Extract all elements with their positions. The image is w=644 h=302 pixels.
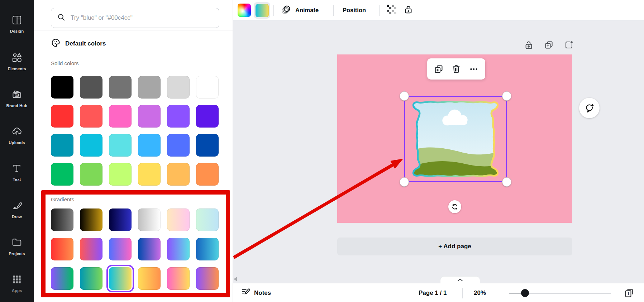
sidebar-item-uploads[interactable]: Uploads bbox=[0, 117, 34, 154]
shapes-icon bbox=[11, 52, 22, 64]
zoom-slider-thumb[interactable] bbox=[521, 289, 529, 297]
animate-icon bbox=[281, 5, 292, 16]
gradient-swatch-ffde59-ff914d[interactable] bbox=[138, 267, 161, 290]
gradient-swatch-8c52ff-5ce1e6[interactable] bbox=[167, 238, 190, 260]
duplicate-page-button[interactable] bbox=[543, 39, 554, 50]
resize-handle-bottom-left[interactable] bbox=[400, 177, 409, 187]
gradient-chip-swatch bbox=[256, 4, 269, 17]
search-icon bbox=[57, 13, 66, 23]
solid-color-swatch-ffffff[interactable] bbox=[196, 76, 219, 99]
solid-colors-label: Solid colors bbox=[51, 60, 79, 66]
more-options-button[interactable] bbox=[468, 63, 480, 75]
rotate-icon bbox=[451, 203, 459, 211]
svg-text:co.: co. bbox=[16, 94, 18, 96]
solid-color-swatch-004aad[interactable] bbox=[196, 134, 219, 157]
animate-label: Animate bbox=[295, 7, 319, 14]
pages-view-button[interactable]: 1 bbox=[624, 283, 635, 302]
gradient-swatch-0097b2-7ed957[interactable] bbox=[80, 267, 102, 290]
rotate-handle[interactable] bbox=[448, 200, 461, 213]
gradient-swatch-0cc0df-ffde59-selected[interactable] bbox=[109, 267, 132, 290]
bottom-bar: Notes Page 1 / 1 20% 1 bbox=[233, 283, 644, 302]
color-picker-chip[interactable] bbox=[238, 4, 251, 17]
gradient-swatch-cdf6de-bde4f7[interactable] bbox=[196, 208, 219, 231]
scroll-left-arrow[interactable] bbox=[234, 277, 237, 281]
solid-color-swatch-38b6ff[interactable] bbox=[138, 134, 161, 157]
gradient-swatch-1565c0-4dd0e1[interactable] bbox=[196, 238, 219, 260]
delete-element-button[interactable] bbox=[450, 63, 462, 75]
gradient-swatch-5170ff-ff66c4[interactable] bbox=[109, 238, 132, 260]
solid-color-swatch-ff5757[interactable] bbox=[80, 105, 102, 128]
solid-color-swatch-cb6ce6[interactable] bbox=[138, 105, 161, 128]
notes-label: Notes bbox=[254, 289, 271, 297]
resize-handle-top-right[interactable] bbox=[502, 91, 511, 101]
duplicate-element-button[interactable] bbox=[433, 63, 445, 75]
upload-cloud-icon bbox=[11, 126, 22, 138]
unlock-page-button[interactable] bbox=[523, 39, 534, 50]
color-search-input[interactable]: Try "blue" or "#00c4cc" bbox=[51, 8, 219, 28]
sidebar-item-projects[interactable]: Projects bbox=[0, 228, 34, 265]
position-label: Position bbox=[343, 7, 366, 14]
add-page-icon-button[interactable] bbox=[563, 39, 574, 50]
solid-color-swatch-000000[interactable] bbox=[51, 76, 73, 99]
gradient-swatch-00003a-2f2fc5[interactable] bbox=[109, 208, 132, 231]
sidebar-item-brand-hub[interactable]: co. Brand Hub bbox=[0, 80, 34, 117]
sidebar-item-design[interactable]: Design bbox=[0, 6, 34, 43]
gradient-swatch-ff66c4-ffde59[interactable] bbox=[167, 267, 190, 290]
solid-color-swatch-ff3131[interactable] bbox=[51, 105, 73, 128]
resize-handle-top-left[interactable] bbox=[400, 91, 409, 101]
divider bbox=[462, 288, 463, 298]
pages-icon: 1 bbox=[624, 287, 635, 299]
solid-color-swatch-5271ff[interactable] bbox=[167, 134, 190, 157]
collapse-bottom-panel-tab[interactable] bbox=[440, 276, 480, 283]
gradient-swatch-ff3131-ff914d[interactable] bbox=[51, 238, 73, 260]
solid-color-swatch-d9d9d9[interactable] bbox=[167, 76, 190, 99]
solid-color-swatch-737373[interactable] bbox=[109, 76, 132, 99]
color-panel: Try "blue" or "#00c4cc" Default colors S… bbox=[34, 0, 233, 302]
sidebar-item-apps[interactable]: Apps bbox=[0, 265, 34, 302]
sidebar-item-label: Design bbox=[10, 29, 24, 33]
solid-color-swatch-7ed957[interactable] bbox=[80, 163, 102, 186]
solid-color-swatch-ffbd59[interactable] bbox=[167, 163, 190, 186]
animate-button[interactable]: Animate bbox=[281, 0, 319, 20]
gradient-swatch-1c1c1c-808080[interactable] bbox=[51, 208, 73, 231]
solid-color-swatch-0cc0df[interactable] bbox=[80, 134, 102, 157]
divider bbox=[34, 30, 233, 30]
solid-color-swatch-5e17eb[interactable] bbox=[196, 105, 219, 128]
solid-color-swatch-ffde59[interactable] bbox=[138, 163, 161, 186]
gradient-swatch-8c52ff-ff914d[interactable] bbox=[196, 267, 219, 290]
gradient-swatch-8c52ff-00bf63[interactable] bbox=[51, 267, 73, 290]
solid-color-swatch-a6a6a6[interactable] bbox=[138, 76, 161, 99]
add-page-button[interactable]: + Add page bbox=[337, 238, 572, 255]
solid-color-swatch-0097b2[interactable] bbox=[51, 134, 73, 157]
solid-color-swatch-00bf63[interactable] bbox=[51, 163, 73, 186]
add-comment-button[interactable] bbox=[579, 98, 600, 118]
draw-pencil-icon bbox=[11, 200, 22, 212]
gradient-swatch-050300-c79810[interactable] bbox=[80, 208, 102, 231]
gradients-grid bbox=[51, 208, 219, 290]
notes-button[interactable]: Notes bbox=[241, 283, 271, 302]
solid-color-swatch-ff914d[interactable] bbox=[196, 163, 219, 186]
sidebar-item-text[interactable]: Text bbox=[0, 154, 34, 191]
solid-color-swatch-5ce1e6[interactable] bbox=[109, 134, 132, 157]
sidebar-item-elements[interactable]: Elements bbox=[0, 43, 34, 80]
gradient-swatch-bfbfbf-ffffff[interactable] bbox=[138, 208, 161, 231]
selection-bounding-box bbox=[404, 96, 507, 182]
palette-icon bbox=[51, 38, 61, 49]
resize-handle-bottom-right[interactable] bbox=[502, 177, 511, 187]
gradient-swatch-ffe8bd-ffc7ee[interactable] bbox=[167, 208, 190, 231]
apps-grid-icon bbox=[12, 274, 22, 286]
sidebar-item-draw[interactable]: Draw bbox=[0, 191, 34, 228]
selected-gradient-chip[interactable] bbox=[254, 2, 270, 19]
solid-color-swatch-8c52ff[interactable] bbox=[167, 105, 190, 128]
position-button[interactable]: Position bbox=[343, 0, 366, 20]
solid-color-swatch-c1ff72[interactable] bbox=[109, 163, 132, 186]
transparency-button[interactable] bbox=[386, 0, 397, 20]
solid-color-swatch-ff66c4[interactable] bbox=[109, 105, 132, 128]
sidebar: Design Elements co. Brand Hub Uploads Te… bbox=[0, 0, 34, 302]
folder-icon bbox=[11, 237, 22, 249]
default-colors-title: Default colors bbox=[65, 40, 106, 47]
gradient-swatch-ff5757-8c52ff[interactable] bbox=[80, 238, 102, 260]
gradient-swatch-004aad-cb6ce6[interactable] bbox=[138, 238, 161, 260]
solid-color-swatch-545454[interactable] bbox=[80, 76, 102, 99]
lock-button[interactable] bbox=[404, 0, 413, 20]
